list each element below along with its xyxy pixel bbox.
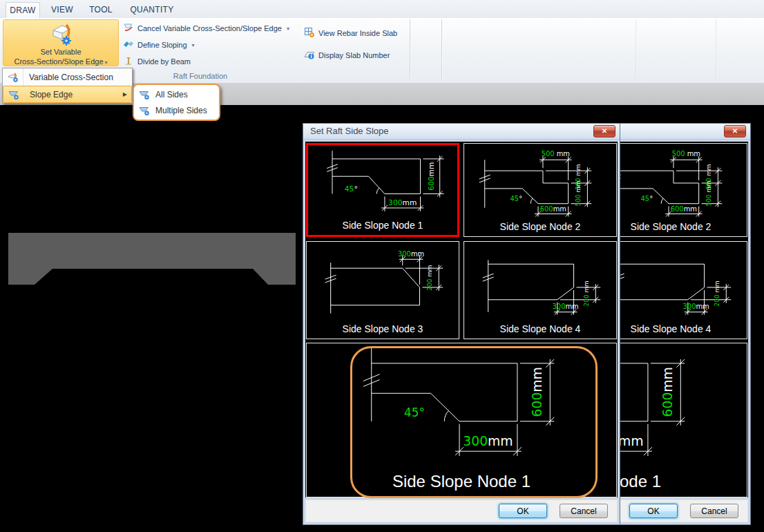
selected-node-preview: 45°300mm600mm Side Slope Node 1 — [306, 343, 617, 497]
svg-text:600mm: 600mm — [427, 162, 436, 191]
ok-button[interactable]: OK — [629, 504, 678, 518]
ok-button[interactable]: OK — [499, 504, 547, 518]
preview-caption: Side Slope Node 1 — [307, 472, 616, 497]
big-button-label-1: Set Variable — [40, 47, 81, 57]
svg-text:500 mm: 500 mm — [705, 180, 712, 206]
svg-text:45°: 45° — [345, 184, 358, 193]
tab-draw[interactable]: DRAW — [6, 2, 40, 19]
ribbon-tabbar: DRAW VIEW TOOL QUANTITY — [0, 0, 764, 19]
menu-item-slope-edge[interactable]: Slope Edge ▶ — [3, 86, 132, 103]
tab-quantity[interactable]: QUANTITY — [123, 2, 181, 18]
svg-text:200 mm: 200 mm — [583, 281, 590, 306]
svg-text:600mm: 600mm — [540, 205, 566, 213]
slope-node-caption: Side Slope Node 4 — [464, 323, 616, 339]
submenu-item-all-sides[interactable]: All Sides — [136, 86, 217, 102]
slope-node-caption: Side Slope Node 1 — [308, 220, 457, 235]
slope-edge-submenu: All Sides Multiple Sides — [133, 84, 220, 121]
svg-text:500 mm: 500 mm — [575, 180, 582, 206]
svg-text:45°: 45° — [641, 195, 653, 202]
ribbon-group-label: Raft Foundation — [138, 72, 262, 80]
slope-edge-icon — [139, 105, 150, 116]
dialog-body: 45°300mm600mm Side Slope Node 1 45°500 m… — [305, 142, 618, 497]
svg-text:500 mm: 500 mm — [542, 150, 570, 158]
svg-text:300mm: 300mm — [388, 198, 417, 207]
tab-view[interactable]: VIEW — [46, 2, 79, 18]
divide-by-beam-icon — [123, 55, 134, 68]
dropdown-caret-icon: ▾ — [287, 26, 289, 32]
svg-text:300mm: 300mm — [683, 303, 709, 310]
define-sloping-button[interactable]: Define Sloping ▾ — [123, 38, 195, 52]
tab-tool[interactable]: TOOL — [84, 2, 117, 18]
dropdown-caret-icon: ▾ — [192, 42, 195, 48]
ribbon-separator — [410, 19, 411, 79]
menu-item-variable-cross-section[interactable]: Variable Cross-Section — [3, 68, 132, 86]
big-button-label-2: Cross-Section/Slope Edge▾ — [14, 57, 107, 68]
ribbon-separator — [636, 19, 637, 79]
view-rebar-icon — [304, 27, 315, 39]
slope-node-thumbnail-node1[interactable]: 45°300mm600mm Side Slope Node 1 — [306, 143, 459, 237]
slope-node-thumbnail-node2[interactable]: 45°500 mm600mm300 mm500 mm Side Slope No… — [464, 143, 617, 237]
ribbon-separator — [716, 19, 717, 79]
display-slab-number-button[interactable]: Display Slab Number — [304, 48, 390, 62]
cancel-slope-icon — [123, 22, 134, 35]
set-raft-side-slope-dialog: Set Raft Side Slope ✕ 45°300mm600mm Side… — [303, 123, 620, 525]
cancel-button[interactable]: Cancel — [560, 504, 608, 518]
view-rebar-inside-slab-button[interactable]: View Rebar Inside Slab — [304, 26, 397, 40]
close-button[interactable]: ✕ — [724, 125, 746, 137]
svg-text:300mm: 300mm — [553, 303, 579, 310]
svg-text:600mm: 600mm — [671, 205, 697, 213]
slope-node-caption: Side Slope Node 2 — [464, 221, 616, 236]
svg-text:500 mm: 500 mm — [672, 150, 700, 158]
slope-edge-icon — [3, 86, 24, 102]
cube-gear-icon — [48, 22, 74, 47]
cross-section-icon — [3, 68, 23, 86]
set-variable-dropdown-menu: Variable Cross-Section Slope Edge ▶ — [2, 68, 133, 104]
svg-text:300mm: 300mm — [398, 250, 424, 258]
cancel-button[interactable]: Cancel — [690, 504, 738, 518]
svg-text:600mm: 600mm — [660, 367, 675, 417]
ribbon-separator — [441, 19, 443, 79]
svg-text:600mm: 600mm — [530, 367, 544, 417]
dialog-titlebar[interactable]: Set Raft Side Slope ✕ — [303, 124, 620, 140]
submenu-arrow-icon: ▶ — [123, 91, 127, 97]
set-variable-cross-section-button[interactable]: Set Variable Cross-Section/Slope Edge▾ — [3, 19, 119, 66]
dialog-title: Set Raft Side Slope — [310, 126, 388, 136]
svg-text:45°: 45° — [404, 406, 425, 419]
application-window: DRAW VIEW TOOL QUANTITY Set Vari — [0, 0, 764, 532]
divide-by-beam-button[interactable]: Divide by Beam — [123, 55, 191, 68]
close-button[interactable]: ✕ — [593, 125, 615, 137]
dropdown-caret-icon: ▾ — [105, 59, 108, 66]
slope-edge-icon — [139, 89, 150, 100]
svg-text:300mm: 300mm — [463, 434, 513, 448]
slope-node-thumbnail-node4[interactable]: 200 mm300mm Side Slope Node 4 — [464, 241, 617, 339]
define-sloping-icon — [123, 39, 134, 51]
dialog-footer: OK Cancel — [305, 500, 618, 522]
svg-text:200 mm: 200 mm — [426, 265, 433, 290]
svg-text:45°: 45° — [510, 195, 523, 202]
slope-node-caption: Side Slope Node 3 — [307, 323, 459, 339]
display-slab-number-icon — [304, 49, 315, 61]
submenu-item-multiple-sides[interactable]: Multiple Sides — [136, 102, 217, 118]
cancel-variable-cross-section-button[interactable]: Cancel Variable Cross-Section/Slope Edge… — [123, 21, 289, 35]
slope-node-thumbnail-node3[interactable]: 300mm200 mm Side Slope Node 3 — [306, 241, 459, 339]
svg-text:200 mm: 200 mm — [714, 281, 720, 306]
